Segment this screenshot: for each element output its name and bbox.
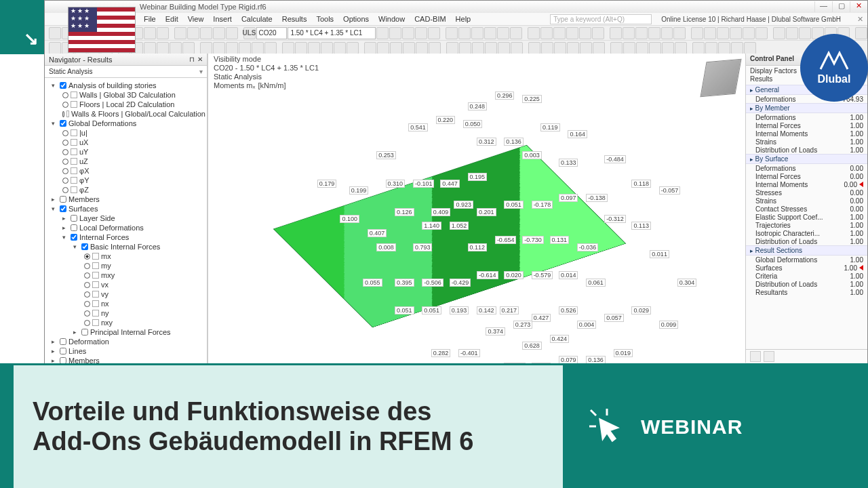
toolbar-icon[interactable] — [623, 42, 635, 54]
toolbar-icon[interactable] — [718, 42, 730, 54]
cp-row[interactable]: Strains0.00 — [746, 197, 867, 205]
toolbar-icon[interactable] — [200, 27, 212, 39]
toolbar-icon[interactable] — [472, 42, 484, 54]
toolbar-icon[interactable] — [773, 27, 785, 39]
toolbar-icon[interactable] — [554, 42, 566, 54]
toolbar-icon[interactable] — [144, 27, 156, 39]
toolbar-icon[interactable] — [744, 42, 756, 54]
toolbar-icon[interactable] — [580, 42, 592, 54]
toolbar-icon[interactable] — [691, 27, 703, 39]
tree-node[interactable]: uX — [46, 138, 205, 147]
cp-row[interactable]: Contact Stresses0.00 — [746, 205, 867, 213]
uls-badge[interactable]: ULS — [243, 27, 256, 39]
tree-node[interactable]: uY — [46, 147, 205, 157]
toolbar-icon[interactable] — [428, 27, 440, 39]
search-input[interactable]: Type a keyword (Alt+Q) — [550, 14, 652, 24]
toolbar-icon[interactable] — [566, 27, 578, 39]
menu-options[interactable]: Options — [339, 14, 373, 24]
maximize-button[interactable]: ▢ — [832, 1, 850, 12]
toolbar-icon[interactable] — [252, 42, 264, 54]
tree-node[interactable]: ▸Members — [46, 195, 205, 204]
toolbar-icon[interactable] — [213, 42, 225, 54]
cp-row[interactable]: Global Deformations1.00 — [746, 256, 867, 264]
tree-node[interactable]: ny — [46, 308, 205, 318]
toolbar-icon[interactable] — [458, 27, 471, 39]
menu-view[interactable]: View — [184, 14, 208, 24]
cp-row[interactable]: Distribution of Loads1.00 — [746, 280, 867, 288]
toolbar-icon[interactable] — [174, 27, 186, 39]
toolbar-icon[interactable] — [213, 27, 225, 39]
toolbar-icon[interactable] — [403, 42, 415, 54]
minimize-button[interactable]: — — [814, 1, 832, 12]
toolbar-icon[interactable] — [855, 27, 867, 39]
toolbar-icon[interactable] — [416, 42, 428, 54]
toolbar-icon[interactable] — [49, 42, 61, 54]
view-cube[interactable] — [700, 59, 741, 98]
menu-window[interactable]: Window — [374, 14, 409, 24]
cp-row[interactable]: Elastic Support Coef...1.00 — [746, 213, 867, 221]
menu-cad-bim[interactable]: CAD-BIM — [410, 14, 450, 24]
toolbar-icon[interactable] — [692, 42, 705, 54]
toolbar-icon[interactable] — [705, 42, 717, 54]
cp-row[interactable]: Distribution of Loads1.00 — [746, 237, 867, 245]
toolbar-icon[interactable] — [321, 42, 333, 54]
toolbar-icon[interactable] — [200, 42, 212, 54]
toolbar-icon[interactable] — [717, 27, 729, 39]
toolbar-icon[interactable] — [649, 42, 661, 54]
toolbar-icon[interactable] — [662, 42, 674, 54]
toolbar-icon[interactable] — [675, 42, 687, 54]
toolbar-icon[interactable] — [743, 27, 755, 39]
cp-row[interactable]: Stresses0.00 — [746, 188, 867, 197]
load-case-desc[interactable]: 1.50 * LC4 + 1.35 * LC1 — [288, 27, 376, 39]
tree-node[interactable]: ▸Lines — [46, 346, 205, 356]
toolbar-icon[interactable] — [187, 27, 199, 39]
menu-help[interactable]: Help — [452, 14, 475, 24]
menu-file[interactable]: File — [140, 14, 160, 24]
toolbar-icon[interactable] — [347, 42, 359, 54]
tree-node[interactable]: nx — [46, 299, 205, 308]
license-close-icon[interactable]: ✕ — [853, 14, 867, 24]
tree-node[interactable]: ▸Principal Internal Forces — [46, 327, 205, 337]
toolbar-icon[interactable] — [471, 27, 484, 39]
toolbar-icon[interactable] — [376, 27, 389, 39]
toolbar-icon[interactable] — [623, 27, 635, 39]
toolbar-icon[interactable] — [239, 42, 251, 54]
toolbar-icon[interactable] — [226, 42, 238, 54]
tree-node[interactable]: ▸Layer Side — [46, 214, 205, 223]
toolbar-icon[interactable] — [334, 42, 346, 54]
cp-tool-1-icon[interactable] — [750, 351, 761, 362]
toolbar-icon[interactable] — [610, 27, 622, 39]
toolbar-icon[interactable] — [731, 42, 743, 54]
cp-row[interactable]: Strains1.00 — [746, 138, 867, 146]
cp-row[interactable]: Surfaces1.00 — [746, 264, 867, 272]
toolbar-icon[interactable] — [459, 42, 471, 54]
close-button[interactable]: ✕ — [850, 1, 867, 12]
tree-node[interactable]: nxy — [46, 318, 205, 327]
toolbar-icon[interactable] — [485, 42, 497, 54]
cp-row[interactable]: Criteria1.00 — [746, 272, 867, 280]
toolbar-icon[interactable] — [567, 42, 579, 54]
cp-row[interactable]: Trajectories1.00 — [746, 221, 867, 229]
toolbar-icon[interactable] — [415, 27, 427, 39]
cp-section-header[interactable]: By Surface — [746, 154, 867, 164]
cp-row[interactable]: Isotropic Characteri...1.00 — [746, 229, 867, 237]
tree-node[interactable]: mxy — [46, 270, 205, 280]
tree-node[interactable]: ▾Surfaces — [46, 204, 205, 214]
cp-row[interactable]: Internal Moments0.00 — [746, 180, 867, 188]
toolbar-icon[interactable] — [648, 27, 660, 39]
toolbar-icon[interactable] — [799, 27, 811, 39]
toolbar-icon[interactable] — [182, 42, 195, 54]
toolbar-icon[interactable] — [377, 42, 389, 54]
toolbar-icon[interactable] — [541, 42, 553, 54]
tree-node[interactable]: uZ — [46, 157, 205, 166]
tree-node[interactable]: φX — [46, 166, 205, 176]
tree-node[interactable]: Walls | Global 3D Calculation — [46, 90, 205, 100]
toolbar-icon[interactable] — [157, 27, 169, 39]
toolbar-icon[interactable] — [661, 27, 673, 39]
toolbar-icon[interactable] — [528, 27, 540, 39]
toolbar-icon[interactable] — [226, 27, 238, 39]
toolbar-icon[interactable] — [497, 27, 509, 39]
cp-row[interactable]: Internal Forces0.00 — [746, 172, 867, 180]
cp-tool-2-icon[interactable] — [764, 351, 774, 362]
toolbar-icon[interactable] — [49, 27, 61, 39]
